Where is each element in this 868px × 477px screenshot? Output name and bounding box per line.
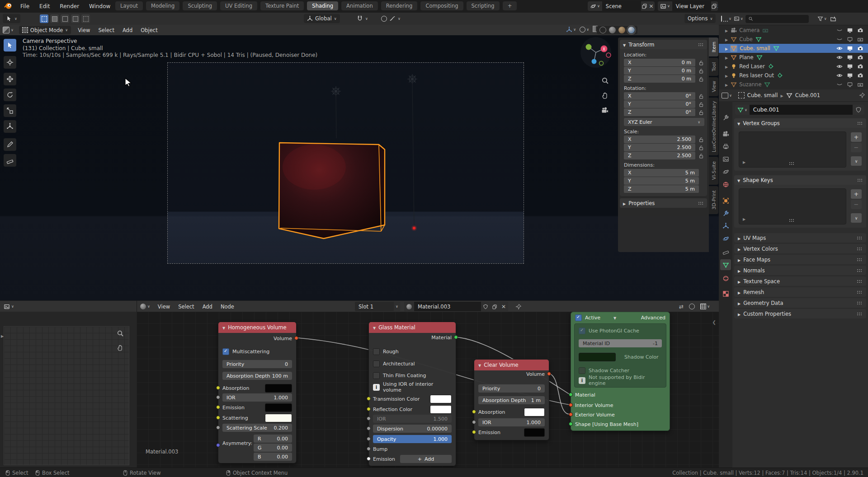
node-material-output[interactable]: Active Advanced Use PhotonGI Cache Mater… — [571, 312, 670, 431]
select-mode-new[interactable] — [40, 14, 48, 23]
drag-handle-icon[interactable] — [857, 122, 863, 125]
tab-texture[interactable] — [720, 288, 731, 299]
disable-viewport-icon[interactable] — [847, 72, 853, 79]
panel-geometry-data[interactable]: Geometry Data — [734, 298, 866, 308]
tab-constraints[interactable] — [720, 246, 731, 257]
snap-target-icon[interactable] — [689, 304, 695, 309]
dimensions-y-field[interactable]: Y5 m — [624, 177, 699, 185]
viewport-pan-button[interactable] — [601, 92, 609, 99]
workspace-tab-animation[interactable]: Animation — [341, 1, 378, 10]
vertex-groups-header[interactable]: Vertex Groups — [734, 118, 866, 128]
hide-eye-icon[interactable] — [836, 54, 843, 61]
asymmetry-r-field[interactable]: R0.00 — [254, 434, 292, 443]
sidebar-tab-tool[interactable]: Tool — [709, 58, 718, 76]
menu-render[interactable]: Render — [55, 0, 84, 13]
viewport-zoom-button[interactable] — [601, 77, 609, 84]
image-editor-grid[interactable] — [4, 326, 129, 465]
sidebar-tab-vi-suite[interactable]: VI-Suite — [709, 157, 718, 185]
viewport-camera-button[interactable] — [601, 107, 609, 114]
socket-emission[interactable] — [216, 405, 220, 409]
tab-tool[interactable] — [720, 112, 731, 123]
socket-volume-out[interactable] — [294, 336, 298, 340]
socket-reflection-color[interactable] — [367, 407, 371, 411]
expand-icon[interactable] — [725, 54, 728, 61]
image-zoom-button[interactable] — [117, 330, 124, 337]
expand-icon[interactable] — [725, 63, 728, 70]
mesh-name-field[interactable]: Cube.001 — [750, 105, 853, 115]
tab-material[interactable] — [720, 273, 731, 284]
scale-y-field[interactable]: Y2.500 — [624, 144, 695, 151]
priority-field[interactable]: Priority0 — [222, 360, 292, 369]
list-resize-handle[interactable] — [789, 219, 795, 222]
socket-interior-volume-in[interactable] — [569, 403, 573, 407]
shader-editor-canvas[interactable]: Homogeneous Volume Volume Multiscatterin… — [137, 312, 719, 468]
dimensions-x-field[interactable]: X5 m — [624, 169, 699, 177]
ior-field[interactable]: IOR1.000 — [222, 393, 292, 402]
photongi-checkbox[interactable]: Use PhotonGI Cache — [579, 326, 662, 335]
reflection-color-swatch[interactable] — [430, 405, 452, 414]
socket-ior[interactable] — [216, 395, 220, 399]
priority-field[interactable]: Priority0 — [478, 384, 545, 393]
emission-color-swatch[interactable] — [524, 428, 545, 437]
shadow-catcher-checkbox[interactable]: Shadow Catcher — [579, 366, 662, 375]
tool-select-box[interactable] — [4, 39, 16, 51]
shading-solid-button[interactable] — [609, 27, 616, 33]
view-layer-selector[interactable]: ∨ View Layer ✕ — [658, 1, 718, 11]
disable-render-icon[interactable] — [857, 63, 863, 70]
disable-viewport-icon[interactable] — [847, 27, 853, 33]
blender-logo-icon[interactable] — [4, 2, 13, 11]
node-header[interactable]: Glass Material — [369, 322, 456, 333]
viewport-menu-add[interactable]: Add — [118, 25, 137, 35]
cube-object[interactable] — [271, 133, 393, 244]
add-workspace-button[interactable]: + — [503, 1, 517, 10]
options-dropdown[interactable]: Options∨ — [684, 14, 716, 23]
disable-render-icon[interactable] — [857, 72, 863, 79]
socket-ior[interactable] — [367, 416, 371, 421]
select-mode-extend[interactable] — [50, 14, 59, 23]
socket-transmission-color[interactable] — [367, 397, 371, 401]
list-resize-handle[interactable] — [789, 162, 795, 165]
shading-material-button[interactable] — [618, 27, 625, 33]
lock-icon[interactable] — [698, 101, 704, 108]
location-y-field[interactable]: Y0 m — [624, 67, 695, 75]
editor-type-dropdown[interactable]: ∨ — [0, 27, 16, 33]
hide-eye-icon[interactable] — [836, 63, 843, 70]
sidebar-tab-item[interactable]: Item — [709, 37, 718, 56]
tool-rotate[interactable] — [4, 89, 16, 101]
mode-dropdown[interactable]: Object Mode∨ — [19, 26, 71, 34]
emission-color-swatch[interactable] — [265, 403, 292, 412]
absorption-color-swatch[interactable] — [265, 384, 292, 393]
copy-material-button[interactable] — [490, 302, 499, 311]
scattering-scale-field[interactable]: Scattering Scale0.200 — [222, 423, 292, 432]
workspace-tab-compositing[interactable]: Compositing — [420, 1, 463, 10]
socket-bump[interactable] — [367, 447, 371, 451]
rotation-x-field[interactable]: X0° — [624, 92, 695, 100]
new-scene-button[interactable] — [641, 1, 648, 11]
item-name[interactable]: Camera — [739, 27, 760, 33]
socket-absorption[interactable] — [216, 386, 220, 390]
outliner-item-plane[interactable]: Plane — [719, 53, 868, 62]
collapse-icon[interactable] — [613, 315, 616, 321]
show-gizmo-dropdown[interactable]: ∨ — [566, 27, 576, 33]
socket-scattering-scale[interactable] — [216, 426, 220, 430]
item-name[interactable]: Cube — [739, 36, 753, 42]
outliner-item-red-laser[interactable]: Red Laser — [719, 62, 868, 71]
socket-shape-in[interactable] — [569, 422, 573, 426]
tool-move[interactable] — [4, 73, 16, 85]
breadcrumb-data[interactable]: Cube.001 — [795, 92, 820, 98]
sidebar-tab-3d-print[interactable]: 3D-Print — [709, 186, 718, 214]
rotation-z-field[interactable]: Z0° — [624, 108, 695, 116]
lock-icon[interactable] — [698, 93, 704, 99]
location-x-field[interactable]: X0 m — [624, 59, 695, 66]
opacity-field[interactable]: Opacity1.000 — [373, 435, 452, 444]
lock-icon[interactable] — [698, 145, 704, 151]
active-checkbox[interactable] — [575, 314, 582, 321]
hide-eye-closed-icon[interactable] — [836, 81, 843, 88]
asymmetry-g-field[interactable]: G0.00 — [254, 443, 292, 452]
select-mode-subtract[interactable] — [61, 14, 69, 23]
scene-icon[interactable]: ∨ — [588, 1, 602, 11]
region-expand-arrow[interactable] — [1, 332, 4, 339]
mesh-id-dropdown[interactable]: ∨ — [735, 105, 750, 115]
node-header[interactable]: Clear Volume — [474, 360, 549, 370]
node-overlay-icon[interactable]: ⇄ — [679, 304, 684, 310]
